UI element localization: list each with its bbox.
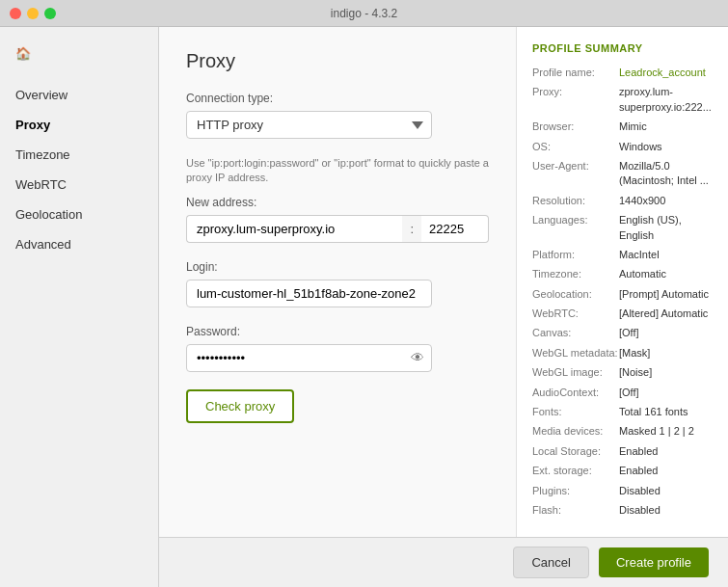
cancel-button[interactable]: Cancel: [513, 547, 588, 578]
summary-key: Geolocation:: [532, 287, 619, 302]
summary-key: Media devices:: [532, 424, 619, 439]
sidebar-nav: OverviewProxyTimezoneWebRTCGeolocationAd…: [0, 80, 158, 259]
summary-key: Flash:: [532, 503, 619, 518]
sidebar-item-timezone[interactable]: Timezone: [0, 140, 158, 170]
summary-row: Platform: MacIntel: [532, 248, 713, 262]
summary-row: Media devices: Masked 1 | 2 | 2: [532, 424, 713, 439]
summary-row: Ext. storage: Enabled: [532, 464, 713, 478]
summary-row: Geolocation: [Prompt] Automatic: [532, 287, 713, 302]
profile-summary-title: PROFILE SUMMARY: [532, 42, 713, 54]
summary-value: Windows: [619, 140, 662, 154]
summary-value: Leadrock_account: [619, 66, 706, 80]
login-label: Login:: [186, 260, 489, 274]
window-controls[interactable]: [10, 8, 56, 19]
summary-key: Canvas:: [532, 326, 619, 340]
form-area: Proxy Connection type: HTTP proxySOCKS5N…: [159, 27, 516, 537]
address-separator: :: [402, 215, 421, 243]
summary-row: User-Agent: Mozilla/5.0 (Macintosh; Inte…: [532, 159, 713, 189]
summary-rows: Profile name: Leadrock_account Proxy: zp…: [532, 66, 713, 518]
summary-row: Languages: English (US), English: [532, 213, 713, 243]
window-title: indigo - 4.3.2: [331, 7, 397, 20]
sidebar-item-advanced[interactable]: Advanced: [0, 229, 158, 259]
summary-value: Total 161 fonts: [619, 405, 688, 419]
summary-value: Mimic: [619, 120, 647, 134]
profile-summary-panel: PROFILE SUMMARY Profile name: Leadrock_a…: [516, 27, 728, 537]
summary-row: WebGL image: [Noise]: [532, 365, 713, 380]
summary-row: Resolution: 1440x900: [532, 194, 713, 208]
summary-key: Timezone:: [532, 267, 619, 281]
summary-key: Fonts:: [532, 405, 619, 419]
summary-value: Mozilla/5.0 (Macintosh; Intel ...: [619, 159, 713, 189]
summary-row: Profile name: Leadrock_account: [532, 66, 713, 80]
sidebar-item-geolocation[interactable]: Geolocation: [0, 200, 158, 229]
summary-row: Flash: Disabled: [532, 503, 713, 518]
password-input[interactable]: [186, 344, 432, 372]
summary-key: Local Storage:: [532, 444, 619, 459]
summary-key: WebGL image:: [532, 365, 619, 380]
summary-value: [Altered] Automatic: [619, 307, 708, 321]
connection-type-group: Connection type: HTTP proxySOCKS5No prox…: [186, 92, 489, 139]
sidebar-item-proxy[interactable]: Proxy: [0, 110, 158, 140]
home-icon[interactable]: 🏠: [0, 37, 158, 80]
summary-row: AudioContext: [Off]: [532, 386, 713, 400]
summary-row: WebRTC: [Altered] Automatic: [532, 307, 713, 321]
summary-row: Proxy: zproxy.lum-superproxy.io:222...: [532, 85, 713, 115]
address-host-input[interactable]: [186, 215, 402, 243]
summary-key: Ext. storage:: [532, 464, 619, 478]
summary-key: Proxy:: [532, 85, 619, 115]
summary-value: [Off]: [619, 386, 639, 400]
summary-key: Plugins:: [532, 484, 619, 498]
summary-value: Disabled: [619, 503, 661, 518]
close-button[interactable]: [10, 8, 21, 19]
summary-value: English (US), English: [619, 213, 713, 243]
summary-key: AudioContext:: [532, 386, 619, 400]
summary-key: Resolution:: [532, 194, 619, 208]
summary-key: Languages:: [532, 213, 619, 243]
content-area: Proxy Connection type: HTTP proxySOCKS5N…: [159, 27, 728, 587]
login-input[interactable]: [186, 280, 432, 307]
create-profile-button[interactable]: Create profile: [599, 547, 709, 577]
page-title: Proxy: [186, 50, 489, 72]
summary-value: MacIntel: [619, 248, 660, 262]
minimize-button[interactable]: [27, 8, 39, 19]
address-port-input[interactable]: [421, 215, 489, 243]
address-group: New address: :: [186, 196, 489, 243]
footer: Cancel Create profile: [159, 537, 728, 587]
summary-value: [Prompt] Automatic: [619, 287, 709, 302]
sidebar-item-webrtc[interactable]: WebRTC: [0, 170, 158, 200]
summary-row: Canvas: [Off]: [532, 326, 713, 340]
main-panel: Proxy Connection type: HTTP proxySOCKS5N…: [159, 27, 728, 537]
maximize-button[interactable]: [44, 8, 56, 19]
sidebar-item-overview[interactable]: Overview: [0, 80, 158, 110]
summary-value: Enabled: [619, 464, 658, 478]
app-container: 🏠 OverviewProxyTimezoneWebRTCGeolocation…: [0, 27, 728, 587]
login-group: Login:: [186, 260, 489, 307]
summary-row: Fonts: Total 161 fonts: [532, 405, 713, 419]
summary-value: [Off]: [619, 326, 639, 340]
summary-key: OS:: [532, 140, 619, 154]
summary-key: WebGL metadata:: [532, 346, 619, 360]
summary-value: [Mask]: [619, 346, 650, 360]
summary-value: 1440x900: [619, 194, 665, 208]
password-label: Password:: [186, 325, 489, 338]
summary-value: Enabled: [619, 444, 658, 459]
summary-value: Masked 1 | 2 | 2: [619, 424, 694, 439]
summary-key: Profile name:: [532, 66, 619, 80]
summary-value: [Noise]: [619, 365, 652, 380]
password-wrapper: 👁: [186, 344, 432, 372]
password-group: Password: 👁: [186, 325, 489, 372]
summary-value: Disabled: [619, 484, 661, 498]
address-label: New address:: [186, 196, 489, 209]
summary-row: Plugins: Disabled: [532, 484, 713, 498]
check-proxy-button[interactable]: Check proxy: [186, 389, 294, 423]
summary-key: WebRTC:: [532, 307, 619, 321]
summary-row: Timezone: Automatic: [532, 267, 713, 281]
summary-value: Automatic: [619, 267, 666, 281]
hint-text: Use "ip:port:login:password" or "ip:port…: [186, 156, 489, 186]
summary-row: Browser: Mimic: [532, 120, 713, 134]
summary-row: Local Storage: Enabled: [532, 444, 713, 459]
summary-key: Platform:: [532, 248, 619, 262]
toggle-password-icon[interactable]: 👁: [411, 350, 424, 365]
connection-type-select[interactable]: HTTP proxySOCKS5No proxy: [186, 111, 432, 139]
sidebar: 🏠 OverviewProxyTimezoneWebRTCGeolocation…: [0, 27, 159, 587]
